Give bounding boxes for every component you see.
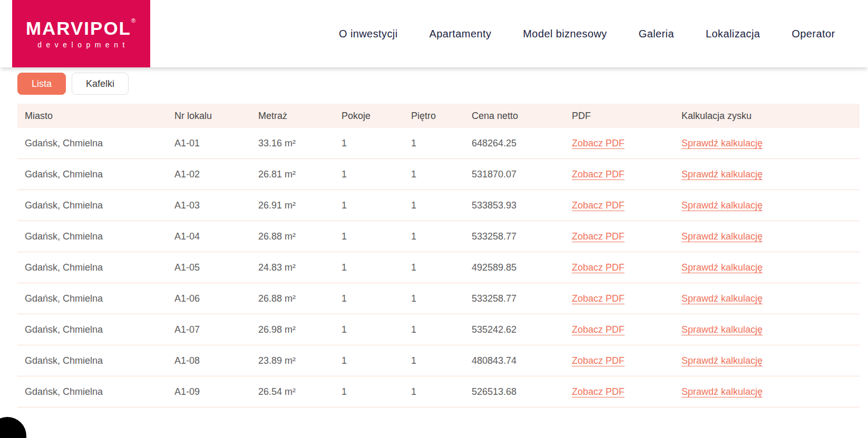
main-content: Lista Kafelki Miasto Nr lokalu Metraż Po… (0, 73, 868, 407)
cell-city: Gdańsk, Chmielna (17, 293, 167, 304)
nav-item-lokalizacja[interactable]: Lokalizacja (706, 28, 760, 40)
table-body: Gdańsk, Chmielna A1-01 33.16 m² 1 1 6482… (17, 128, 860, 407)
cell-floor: 1 (404, 324, 464, 335)
view-pdf-link[interactable]: Zobacz PDF (572, 200, 625, 211)
cell-net-price: 526513.68 (464, 386, 564, 397)
table-row: Gdańsk, Chmielna A1-03 26.91 m² 1 1 5338… (17, 190, 860, 221)
cell-rooms: 1 (334, 138, 404, 149)
check-calculation-link[interactable]: Sprawdź kalkulację (681, 262, 763, 273)
cell-rooms: 1 (334, 169, 404, 180)
cell-net-price: 480843.74 (464, 355, 564, 366)
column-header-pdf: PDF (564, 111, 674, 122)
table-row: Gdańsk, Chmielna A1-02 26.81 m² 1 1 5318… (17, 159, 860, 190)
cell-rooms: 1 (334, 262, 404, 273)
check-calculation-link[interactable]: Sprawdź kalkulację (681, 169, 763, 180)
cell-unit-number: A1-09 (167, 386, 251, 397)
cell-city: Gdańsk, Chmielna (17, 262, 167, 273)
column-header-miasto: Miasto (17, 111, 167, 122)
check-calculation-link[interactable]: Sprawdź kalkulację (681, 231, 763, 242)
view-pdf-link[interactable]: Zobacz PDF (572, 355, 625, 366)
cell-city: Gdańsk, Chmielna (17, 355, 167, 366)
cell-unit-number: A1-04 (167, 231, 251, 242)
view-pdf-link[interactable]: Zobacz PDF (572, 324, 625, 335)
cell-net-price: 648264.25 (464, 138, 564, 149)
check-calculation-link[interactable]: Sprawdź kalkulację (681, 386, 763, 397)
table-row: Gdańsk, Chmielna A1-06 26.88 m² 1 1 5332… (17, 283, 860, 314)
cell-unit-number: A1-02 (167, 169, 251, 180)
check-calculation-link[interactable]: Sprawdź kalkulację (681, 293, 763, 304)
cell-unit-number: A1-07 (167, 324, 251, 335)
cell-area: 26.81 m² (251, 169, 334, 180)
check-calculation-link[interactable]: Sprawdź kalkulację (681, 324, 763, 335)
cell-unit-number: A1-05 (167, 262, 251, 273)
site-header: MARVIPOL® development O inwestycji Apart… (0, 0, 868, 67)
view-toggle: Lista Kafelki (17, 73, 868, 95)
cell-floor: 1 (404, 355, 464, 366)
cell-unit-number: A1-06 (167, 293, 251, 304)
nav-item-operator[interactable]: Operator (792, 28, 835, 40)
cell-net-price: 533258.77 (464, 231, 564, 242)
check-calculation-link[interactable]: Sprawdź kalkulację (681, 200, 763, 211)
cell-area: 26.54 m² (251, 386, 334, 397)
cell-floor: 1 (404, 231, 464, 242)
registered-mark-icon: ® (131, 17, 136, 24)
cell-rooms: 1 (334, 386, 404, 397)
view-pdf-link[interactable]: Zobacz PDF (572, 138, 625, 148)
cell-unit-number: A1-03 (167, 200, 251, 211)
column-header-cena-netto: Cena netto (464, 111, 564, 122)
table-row: Gdańsk, Chmielna A1-08 23.89 m² 1 1 4808… (17, 345, 860, 376)
cell-floor: 1 (404, 293, 464, 304)
cell-city: Gdańsk, Chmielna (17, 324, 167, 335)
view-pdf-link[interactable]: Zobacz PDF (572, 169, 625, 180)
nav-item-o-inwestycji[interactable]: O inwestycji (339, 28, 398, 40)
cell-area: 26.98 m² (251, 324, 334, 335)
cell-unit-number: A1-08 (167, 355, 251, 366)
cell-city: Gdańsk, Chmielna (17, 169, 167, 180)
cell-area: 26.88 m² (251, 231, 334, 242)
list-view-button[interactable]: Lista (17, 73, 66, 95)
cell-net-price: 492589.85 (464, 262, 564, 273)
apartments-table: Miasto Nr lokalu Metraż Pokoje Piętro Ce… (17, 104, 860, 407)
cell-floor: 1 (404, 169, 464, 180)
column-header-metraz: Metraż (251, 111, 334, 122)
view-pdf-link[interactable]: Zobacz PDF (572, 262, 625, 273)
check-calculation-link[interactable]: Sprawdź kalkulację (681, 355, 763, 366)
nav-item-apartamenty[interactable]: Apartamenty (430, 28, 492, 40)
check-calculation-link[interactable]: Sprawdź kalkulację (681, 138, 763, 148)
column-header-pietro: Piętro (404, 111, 464, 122)
cell-rooms: 1 (334, 200, 404, 211)
brand-logo[interactable]: MARVIPOL® development (12, 0, 150, 67)
cell-floor: 1 (404, 138, 464, 149)
column-header-nr-lokalu: Nr lokalu (167, 111, 251, 122)
corner-widget-button[interactable] (0, 417, 26, 438)
cell-area: 23.89 m² (251, 355, 334, 366)
cell-rooms: 1 (334, 355, 404, 366)
cell-unit-number: A1-01 (167, 138, 251, 149)
table-row: Gdańsk, Chmielna A1-04 26.88 m² 1 1 5332… (17, 221, 860, 252)
cell-city: Gdańsk, Chmielna (17, 386, 167, 397)
cell-floor: 1 (404, 262, 464, 273)
cell-rooms: 1 (334, 293, 404, 304)
table-row: Gdańsk, Chmielna A1-01 33.16 m² 1 1 6482… (17, 128, 860, 159)
logo-title: MARVIPOL® (26, 19, 136, 37)
table-header-row: Miasto Nr lokalu Metraż Pokoje Piętro Ce… (17, 104, 860, 128)
column-header-pokoje: Pokoje (334, 111, 404, 122)
cell-net-price: 533258.77 (464, 293, 564, 304)
view-pdf-link[interactable]: Zobacz PDF (572, 293, 625, 304)
table-row: Gdańsk, Chmielna A1-07 26.98 m² 1 1 5352… (17, 314, 860, 345)
cell-floor: 1 (404, 200, 464, 211)
tiles-view-button[interactable]: Kafelki (72, 73, 129, 95)
cell-city: Gdańsk, Chmielna (17, 231, 167, 242)
view-pdf-link[interactable]: Zobacz PDF (572, 231, 625, 242)
nav-item-model-biznesowy[interactable]: Model biznesowy (523, 28, 607, 40)
cell-net-price: 533853.93 (464, 200, 564, 211)
table-row: Gdańsk, Chmielna A1-05 24.83 m² 1 1 4925… (17, 252, 860, 283)
cell-area: 24.83 m² (251, 262, 334, 273)
cell-city: Gdańsk, Chmielna (17, 200, 167, 211)
view-pdf-link[interactable]: Zobacz PDF (572, 386, 625, 397)
cell-net-price: 535242.62 (464, 324, 564, 335)
logo-subtitle: development (37, 41, 129, 49)
cell-floor: 1 (404, 386, 464, 397)
main-nav: O inwestycji Apartamenty Model biznesowy… (339, 0, 835, 67)
nav-item-galeria[interactable]: Galeria (639, 28, 674, 40)
